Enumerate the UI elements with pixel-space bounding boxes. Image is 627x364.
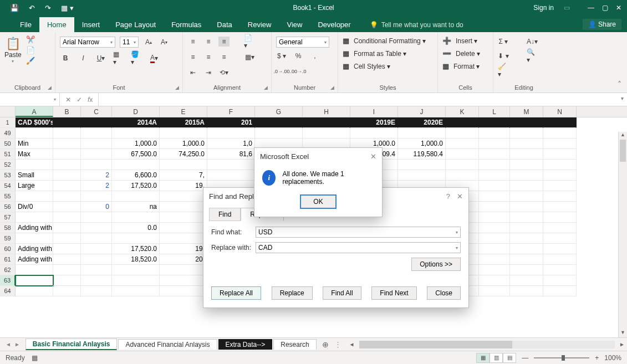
- sheet-tab-basic[interactable]: Basic Financial Anlaysis: [26, 339, 118, 350]
- cell[interactable]: [543, 128, 577, 139]
- cell[interactable]: [207, 128, 255, 139]
- comma-format-button[interactable]: ,: [309, 51, 320, 61]
- cell[interactable]: 2: [81, 181, 112, 191]
- sign-in-link[interactable]: Sign in: [533, 4, 554, 12]
- find-what-input[interactable]: USD▾: [256, 227, 461, 238]
- cell[interactable]: [81, 160, 112, 170]
- find-tab[interactable]: Find: [209, 208, 241, 221]
- row-header[interactable]: 53: [0, 170, 16, 181]
- cell[interactable]: [16, 128, 53, 139]
- cell[interactable]: 20,: [160, 254, 207, 265]
- cell[interactable]: [160, 128, 207, 139]
- row-header[interactable]: 55: [0, 191, 16, 202]
- alignment-launcher-icon[interactable]: ◢: [264, 85, 268, 90]
- cell-styles-button[interactable]: Cell Styles ▾: [354, 63, 390, 70]
- cell[interactable]: [543, 254, 577, 265]
- italic-button[interactable]: I: [78, 53, 89, 63]
- cell[interactable]: 2019E: [350, 117, 398, 128]
- cell[interactable]: [446, 128, 479, 139]
- cell[interactable]: 2: [81, 170, 112, 181]
- tab-file[interactable]: File: [12, 17, 39, 32]
- conditional-formatting-button[interactable]: Conditional Formatting ▾: [354, 37, 426, 45]
- column-header[interactable]: J: [398, 106, 446, 117]
- cell[interactable]: Min: [16, 139, 53, 149]
- cell[interactable]: Adding with an error: [16, 223, 53, 233]
- find-all-button[interactable]: Find All: [323, 286, 361, 300]
- ribbon-display-icon[interactable]: ▭: [564, 4, 570, 12]
- decrease-decimal-button[interactable]: .00→.0: [293, 66, 304, 76]
- cell[interactable]: [479, 265, 510, 275]
- sheet-tab-extra[interactable]: Extra Data-->: [218, 339, 273, 350]
- share-button[interactable]: 👤 Share: [583, 19, 621, 30]
- cell[interactable]: [398, 160, 446, 170]
- column-header[interactable]: G: [255, 106, 303, 117]
- replace-with-input[interactable]: CAD▾: [256, 242, 461, 253]
- cell[interactable]: [53, 191, 81, 202]
- cell[interactable]: [53, 139, 81, 149]
- cut-icon[interactable]: ✂️: [26, 35, 35, 44]
- tab-view[interactable]: View: [279, 17, 310, 32]
- cell[interactable]: 74,250.0: [160, 149, 207, 160]
- delete-cells-button[interactable]: Delete ▾: [456, 50, 480, 58]
- cell[interactable]: 0.0: [112, 223, 160, 233]
- cell[interactable]: [207, 170, 255, 181]
- cell[interactable]: [81, 244, 112, 254]
- row-header[interactable]: 49: [0, 128, 16, 139]
- column-header[interactable]: D: [112, 106, 160, 117]
- normal-view-button[interactable]: ▦: [476, 353, 490, 363]
- column-header[interactable]: K: [446, 106, 479, 117]
- sheet-tab-research[interactable]: Research: [273, 339, 316, 350]
- sheet-nav-next-icon[interactable]: ►: [14, 341, 20, 347]
- page-break-view-button[interactable]: ▤: [503, 353, 516, 363]
- cell[interactable]: [81, 191, 112, 202]
- row-header[interactable]: 57: [0, 212, 16, 223]
- cell[interactable]: [479, 128, 510, 139]
- cell[interactable]: 18,520.0: [112, 254, 160, 265]
- row-header[interactable]: 50: [0, 139, 16, 149]
- cell[interactable]: [81, 117, 112, 128]
- cell[interactable]: 0: [81, 202, 112, 212]
- cell[interactable]: [81, 212, 112, 223]
- font-size-combo[interactable]: 11▾: [120, 37, 139, 48]
- undo-icon[interactable]: ↶: [29, 4, 35, 12]
- column-header[interactable]: F: [207, 106, 255, 117]
- cell[interactable]: [81, 223, 112, 233]
- paste-button[interactable]: Paste: [4, 51, 22, 59]
- row-header[interactable]: 64: [0, 286, 16, 296]
- font-name-combo[interactable]: Arial Narrow▾: [60, 37, 115, 48]
- column-header[interactable]: L: [479, 106, 510, 117]
- format-as-table-button[interactable]: Format as Table ▾: [354, 50, 406, 58]
- cell[interactable]: [53, 244, 81, 254]
- cell[interactable]: [112, 275, 160, 286]
- row-header[interactable]: 51: [0, 149, 16, 160]
- cell[interactable]: 17,520.0: [112, 244, 160, 254]
- cell[interactable]: [350, 128, 398, 139]
- cell[interactable]: [112, 191, 160, 202]
- replace-button[interactable]: Replace: [272, 286, 313, 300]
- vertical-scrollbar[interactable]: ▲▼: [618, 132, 627, 337]
- cell[interactable]: [81, 149, 112, 160]
- fx-icon[interactable]: fx: [88, 96, 93, 104]
- cell[interactable]: 81,6: [207, 149, 255, 160]
- cell[interactable]: [510, 170, 543, 181]
- cell[interactable]: 6,600.0: [112, 170, 160, 181]
- column-header[interactable]: C: [81, 106, 112, 117]
- cell[interactable]: [16, 160, 53, 170]
- replace-all-button[interactable]: Replace All: [211, 286, 261, 300]
- column-header[interactable]: H: [303, 106, 350, 117]
- cell[interactable]: [207, 160, 255, 170]
- row-header[interactable]: 56: [0, 202, 16, 212]
- cell[interactable]: [510, 223, 543, 233]
- name-box[interactable]: ▾: [0, 93, 60, 106]
- cell[interactable]: 1,000.0: [160, 139, 207, 149]
- cell[interactable]: [510, 149, 543, 160]
- cell[interactable]: [16, 265, 53, 275]
- cell[interactable]: [112, 233, 160, 244]
- align-left-icon[interactable]: ≡: [187, 52, 198, 62]
- cell[interactable]: Adding with an error: [16, 254, 53, 265]
- cell[interactable]: [81, 275, 112, 286]
- cell[interactable]: [112, 128, 160, 139]
- cell[interactable]: [160, 286, 207, 296]
- increase-font-icon[interactable]: A▴: [143, 37, 154, 47]
- cell[interactable]: [16, 212, 53, 223]
